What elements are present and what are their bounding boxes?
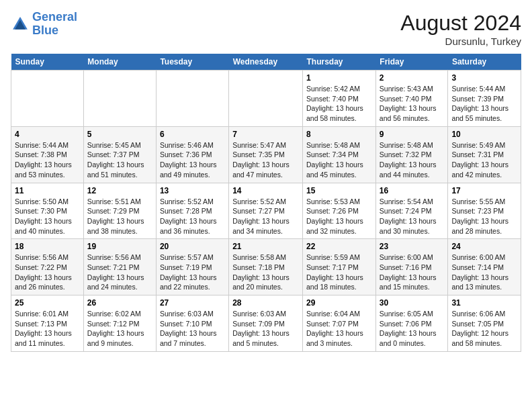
day-number: 5 — [87, 130, 152, 139]
day-info: Sunrise: 5:52 AM Sunset: 7:28 PM Dayligh… — [160, 197, 225, 236]
week-row-4: 18Sunrise: 5:56 AM Sunset: 7:22 PM Dayli… — [11, 239, 521, 295]
calendar-cell-31: 27Sunrise: 6:03 AM Sunset: 7:10 PM Dayli… — [156, 295, 228, 352]
calendar-cell-33: 29Sunrise: 6:04 AM Sunset: 7:07 PM Dayli… — [303, 295, 376, 352]
day-info: Sunrise: 6:03 AM Sunset: 7:09 PM Dayligh… — [232, 309, 299, 349]
day-info: Sunrise: 5:43 AM Sunset: 7:40 PM Dayligh… — [380, 84, 445, 124]
day-info: Sunrise: 6:06 AM Sunset: 7:05 PM Dayligh… — [451, 309, 517, 349]
location-title: Dursunlu, Turkey — [400, 36, 521, 47]
day-info: Sunrise: 6:02 AM Sunset: 7:12 PM Dayligh… — [87, 309, 152, 349]
day-info: Sunrise: 6:00 AM Sunset: 7:14 PM Dayligh… — [451, 253, 517, 292]
weekday-header-thursday: Thursday — [303, 54, 376, 71]
day-info: Sunrise: 5:46 AM Sunset: 7:36 PM Dayligh… — [160, 140, 225, 180]
calendar-cell-28: 24Sunrise: 6:00 AM Sunset: 7:14 PM Dayli… — [448, 239, 521, 295]
day-number: 29 — [306, 298, 372, 308]
calendar-cell-24: 20Sunrise: 5:57 AM Sunset: 7:19 PM Dayli… — [156, 239, 228, 295]
calendar-cell-17: 13Sunrise: 5:52 AM Sunset: 7:28 PM Dayli… — [156, 183, 228, 239]
day-info: Sunrise: 5:53 AM Sunset: 7:26 PM Dayligh… — [306, 197, 372, 236]
calendar-cell-29: 25Sunrise: 6:01 AM Sunset: 7:13 PM Dayli… — [11, 295, 84, 352]
logo-text: General Blue — [32, 11, 77, 38]
day-info: Sunrise: 5:55 AM Sunset: 7:23 PM Dayligh… — [451, 197, 517, 236]
weekday-header-friday: Friday — [375, 54, 448, 71]
title-block: August 2024 Dursunlu, Turkey — [400, 11, 521, 47]
day-info: Sunrise: 5:57 AM Sunset: 7:19 PM Dayligh… — [160, 253, 225, 292]
day-number: 1 — [306, 73, 372, 83]
logo: General Blue — [11, 11, 77, 38]
day-number: 13 — [160, 186, 225, 195]
day-number: 20 — [160, 242, 225, 251]
calendar-cell-22: 18Sunrise: 5:56 AM Sunset: 7:22 PM Dayli… — [11, 239, 84, 295]
calendar-body: 1Sunrise: 5:42 AM Sunset: 7:40 PM Daylig… — [11, 71, 521, 352]
weekday-header-saturday: Saturday — [448, 54, 521, 71]
calendar-cell-13: 9Sunrise: 5:48 AM Sunset: 7:32 PM Daylig… — [375, 126, 448, 183]
calendar-cell-2 — [83, 71, 156, 127]
day-info: Sunrise: 5:49 AM Sunset: 7:31 PM Dayligh… — [451, 140, 517, 180]
day-number: 31 — [451, 298, 517, 308]
weekday-header-row: SundayMondayTuesdayWednesdayThursdayFrid… — [11, 54, 521, 71]
calendar-cell-18: 14Sunrise: 5:52 AM Sunset: 7:27 PM Dayli… — [229, 183, 303, 239]
calendar-cell-8: 4Sunrise: 5:44 AM Sunset: 7:38 PM Daylig… — [11, 126, 84, 183]
calendar-cell-21: 17Sunrise: 5:55 AM Sunset: 7:23 PM Dayli… — [448, 183, 521, 239]
day-number: 17 — [451, 186, 517, 195]
calendar-cell-19: 15Sunrise: 5:53 AM Sunset: 7:26 PM Dayli… — [303, 183, 376, 239]
calendar-cell-3 — [156, 71, 228, 127]
day-info: Sunrise: 5:50 AM Sunset: 7:30 PM Dayligh… — [15, 197, 80, 236]
calendar-cell-34: 30Sunrise: 6:05 AM Sunset: 7:06 PM Dayli… — [375, 295, 448, 352]
weekday-header-wednesday: Wednesday — [229, 54, 303, 71]
weekday-header-sunday: Sunday — [11, 54, 84, 71]
day-info: Sunrise: 5:58 AM Sunset: 7:18 PM Dayligh… — [232, 253, 299, 292]
day-number: 11 — [15, 186, 80, 195]
day-number: 16 — [380, 186, 445, 195]
day-info: Sunrise: 5:56 AM Sunset: 7:21 PM Dayligh… — [87, 253, 152, 292]
day-info: Sunrise: 6:03 AM Sunset: 7:10 PM Dayligh… — [160, 309, 225, 349]
day-number: 26 — [87, 298, 152, 308]
day-number: 19 — [87, 242, 152, 251]
day-number: 30 — [380, 298, 445, 308]
day-number: 9 — [380, 130, 445, 139]
day-info: Sunrise: 6:00 AM Sunset: 7:16 PM Dayligh… — [380, 253, 445, 292]
month-year-title: August 2024 — [400, 11, 521, 36]
day-info: Sunrise: 6:01 AM Sunset: 7:13 PM Dayligh… — [15, 309, 80, 349]
calendar-cell-27: 23Sunrise: 6:00 AM Sunset: 7:16 PM Dayli… — [375, 239, 448, 295]
calendar-cell-10: 6Sunrise: 5:46 AM Sunset: 7:36 PM Daylig… — [156, 126, 228, 183]
day-number: 7 — [232, 130, 299, 139]
day-number: 18 — [15, 242, 80, 251]
calendar-cell-25: 21Sunrise: 5:58 AM Sunset: 7:18 PM Dayli… — [229, 239, 303, 295]
calendar-cell-4 — [229, 71, 303, 127]
day-number: 3 — [451, 73, 517, 83]
day-number: 21 — [232, 242, 299, 251]
calendar-cell-15: 11Sunrise: 5:50 AM Sunset: 7:30 PM Dayli… — [11, 183, 84, 239]
week-row-2: 4Sunrise: 5:44 AM Sunset: 7:38 PM Daylig… — [11, 126, 521, 183]
day-number: 2 — [380, 73, 445, 83]
calendar-header: SundayMondayTuesdayWednesdayThursdayFrid… — [11, 54, 521, 71]
day-number: 4 — [15, 130, 80, 139]
calendar-cell-11: 7Sunrise: 5:47 AM Sunset: 7:35 PM Daylig… — [229, 126, 303, 183]
day-info: Sunrise: 5:59 AM Sunset: 7:17 PM Dayligh… — [306, 253, 372, 292]
day-info: Sunrise: 5:48 AM Sunset: 7:32 PM Dayligh… — [380, 140, 445, 180]
day-number: 6 — [160, 130, 225, 139]
day-number: 12 — [87, 186, 152, 195]
calendar-table: SundayMondayTuesdayWednesdayThursdayFrid… — [11, 54, 521, 352]
calendar-cell-16: 12Sunrise: 5:51 AM Sunset: 7:29 PM Dayli… — [83, 183, 156, 239]
weekday-header-tuesday: Tuesday — [156, 54, 228, 71]
day-info: Sunrise: 5:45 AM Sunset: 7:37 PM Dayligh… — [87, 140, 152, 180]
calendar-cell-30: 26Sunrise: 6:02 AM Sunset: 7:12 PM Dayli… — [83, 295, 156, 352]
page-header: General Blue August 2024 Dursunlu, Turke… — [11, 11, 521, 47]
day-info: Sunrise: 5:44 AM Sunset: 7:39 PM Dayligh… — [451, 84, 517, 124]
calendar-cell-32: 28Sunrise: 6:03 AM Sunset: 7:09 PM Dayli… — [229, 295, 303, 352]
calendar-cell-6: 2Sunrise: 5:43 AM Sunset: 7:40 PM Daylig… — [375, 71, 448, 127]
day-info: Sunrise: 5:42 AM Sunset: 7:40 PM Dayligh… — [306, 84, 372, 124]
week-row-1: 1Sunrise: 5:42 AM Sunset: 7:40 PM Daylig… — [11, 71, 521, 127]
day-info: Sunrise: 5:44 AM Sunset: 7:38 PM Dayligh… — [15, 140, 80, 180]
logo-icon — [11, 15, 30, 34]
day-number: 24 — [451, 242, 517, 251]
day-number: 27 — [160, 298, 225, 308]
calendar-cell-14: 10Sunrise: 5:49 AM Sunset: 7:31 PM Dayli… — [448, 126, 521, 183]
calendar-cell-5: 1Sunrise: 5:42 AM Sunset: 7:40 PM Daylig… — [303, 71, 376, 127]
week-row-3: 11Sunrise: 5:50 AM Sunset: 7:30 PM Dayli… — [11, 183, 521, 239]
day-info: Sunrise: 5:52 AM Sunset: 7:27 PM Dayligh… — [232, 197, 299, 236]
day-info: Sunrise: 6:04 AM Sunset: 7:07 PM Dayligh… — [306, 309, 372, 349]
day-info: Sunrise: 5:47 AM Sunset: 7:35 PM Dayligh… — [232, 140, 299, 180]
day-number: 28 — [232, 298, 299, 308]
calendar-cell-35: 31Sunrise: 6:06 AM Sunset: 7:05 PM Dayli… — [448, 295, 521, 352]
week-row-5: 25Sunrise: 6:01 AM Sunset: 7:13 PM Dayli… — [11, 295, 521, 352]
